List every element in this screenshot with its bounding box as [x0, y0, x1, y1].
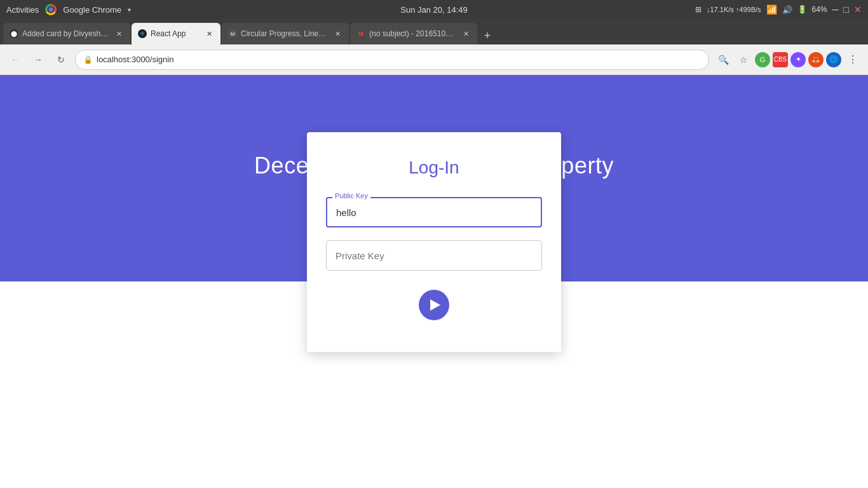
network-speed: ↓17.1K/s ↑499B/s	[707, 6, 761, 13]
tab-circular-title: Circular Progress, Linear Prog…	[241, 29, 329, 38]
back-button[interactable]: ←	[6, 51, 24, 69]
os-topbar-left: Activities Google Chrome ▾	[6, 4, 131, 15]
gmail-favicon: M	[356, 29, 365, 38]
chrome-icon	[45, 4, 57, 15]
login-title: Log-In	[409, 158, 459, 178]
play-icon	[430, 299, 440, 311]
submit-button[interactable]	[419, 290, 449, 320]
url-display: localhost:3000/signin	[97, 55, 173, 64]
lock-icon: 🔒	[83, 55, 93, 64]
wifi-icon: 📶	[766, 4, 777, 15]
battery-percent: 64%	[812, 5, 827, 14]
tab-circular[interactable]: M Circular Progress, Linear Prog… ✕	[222, 23, 349, 44]
ext-red[interactable]: CBS	[773, 52, 788, 67]
reload-button[interactable]: ↻	[52, 51, 70, 69]
circular-favicon: M	[228, 29, 237, 38]
tab-github-title: Added card by DivyeshPuri · P	[22, 29, 110, 38]
ext-globe[interactable]: 🌐	[826, 52, 841, 67]
toolbar-right: 🔍 ☆ G CBS ✦ 🦊 🌐 ⋮	[714, 51, 862, 69]
tab-react-title: React App	[151, 29, 200, 38]
url-bar[interactable]: 🔒 localhost:3000/signin	[75, 50, 709, 70]
login-card: Log-In Public Key	[307, 132, 561, 352]
forward-button[interactable]: →	[29, 51, 47, 69]
browser-dropdown-icon[interactable]: ▾	[128, 6, 131, 13]
tab-react[interactable]: React App ✕	[132, 23, 220, 44]
os-datetime: Sun Jan 20, 14:49	[400, 5, 468, 15]
tab-react-close[interactable]: ✕	[204, 29, 214, 39]
audio-icon: 🔊	[782, 5, 792, 15]
browser-name-label: Google Chrome	[63, 5, 121, 15]
browser-window: ⬤ Added card by DivyeshPuri · P ✕ React …	[0, 19, 868, 488]
maximize-icon[interactable]: □	[844, 4, 849, 15]
battery-icon: 🔋	[797, 5, 807, 14]
tab-gmail[interactable]: M (no subject) - 201651015@iiitv ✕	[350, 23, 477, 44]
tab-bar: ⬤ Added card by DivyeshPuri · P ✕ React …	[0, 19, 868, 44]
private-key-container	[326, 240, 542, 271]
new-tab-button[interactable]: +	[478, 27, 496, 44]
ext-green[interactable]: G	[755, 52, 770, 67]
menu-icon[interactable]: ⋮	[844, 51, 862, 69]
bookmark-icon[interactable]: ☆	[735, 51, 752, 69]
tab-circular-close[interactable]: ✕	[332, 29, 342, 39]
system-monitor-icon: ⊞	[695, 5, 702, 14]
tab-gmail-close[interactable]: ✕	[461, 29, 471, 39]
ext-fox[interactable]: 🦊	[808, 52, 824, 67]
private-key-input[interactable]	[326, 240, 542, 271]
tab-github[interactable]: ⬤ Added card by DivyeshPuri · P ✕	[3, 23, 130, 44]
os-system-tray: ⊞ ↓17.1K/s ↑499B/s 📶 🔊 🔋 64% ─ □ ✕	[695, 4, 862, 15]
public-key-label: Public Key	[332, 192, 370, 200]
public-key-input[interactable]	[326, 197, 542, 227]
ext-claw[interactable]: ✦	[790, 52, 806, 67]
tab-github-close[interactable]: ✕	[114, 29, 124, 39]
minimize-icon[interactable]: ─	[832, 4, 839, 15]
public-key-container: Public Key	[326, 197, 542, 227]
address-bar: ← → ↻ 🔒 localhost:3000/signin 🔍 ☆ G CBS …	[0, 44, 868, 75]
github-favicon: ⬤	[10, 29, 18, 38]
os-topbar: Activities Google Chrome ▾ Sun Jan 20, 1…	[0, 0, 868, 19]
close-window-icon[interactable]: ✕	[854, 4, 862, 15]
page-content: Decentralized Intellectual Property Log-…	[0, 75, 868, 488]
activities-label[interactable]: Activities	[6, 5, 39, 15]
react-favicon	[138, 29, 147, 38]
tab-gmail-title: (no subject) - 201651015@iiitv	[369, 29, 457, 38]
zoom-icon[interactable]: 🔍	[714, 51, 732, 69]
